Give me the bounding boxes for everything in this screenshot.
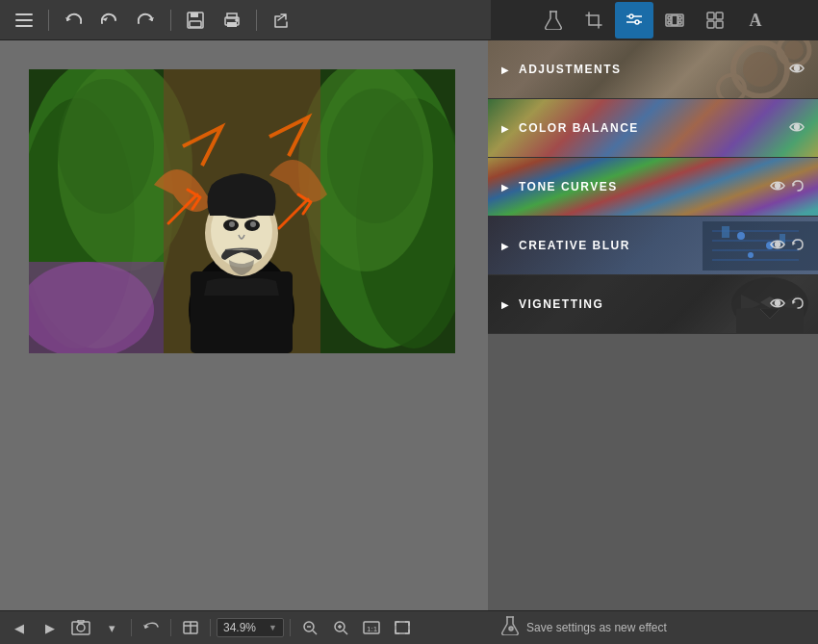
- svg-rect-18: [678, 16, 681, 19]
- zoom-arrow: ▼: [268, 623, 277, 632]
- svg-rect-17: [668, 21, 671, 24]
- svg-point-69: [776, 183, 780, 188]
- svg-rect-61: [396, 622, 409, 633]
- divider-2: [170, 10, 171, 31]
- svg-rect-0: [15, 13, 33, 15]
- crop-tool-button[interactable]: [575, 2, 613, 39]
- eye-icon-creative-blur[interactable]: [770, 239, 785, 253]
- svg-point-44: [58, 79, 154, 214]
- panel-icons-adjustments: [789, 63, 805, 77]
- svg-point-65: [784, 40, 804, 60]
- panel-arrow-vignetting: ▶: [501, 299, 509, 310]
- panel-item-creative-blur[interactable]: ▶ CREATIVE BLUR: [488, 217, 818, 275]
- save-bar: Save settings as new effect: [488, 610, 818, 644]
- bottom-bar: ◀ ▶ ▾: [0, 610, 488, 644]
- main-area: ◀ ▶ ▾: [0, 40, 818, 644]
- svg-rect-78: [722, 226, 729, 238]
- zoom-in-button[interactable]: [327, 615, 354, 640]
- panel-item-vignetting[interactable]: ▶ VIGNETTING: [488, 275, 818, 334]
- canvas-area: ◀ ▶ ▾: [0, 40, 488, 644]
- panel-arrow-tone-curves: ▶: [501, 182, 509, 193]
- eye-icon-adjustments[interactable]: [789, 63, 805, 77]
- bb-divider-2: [170, 619, 171, 636]
- svg-point-84: [509, 627, 513, 631]
- svg-line-58: [344, 631, 347, 634]
- panel-content-color-balance: ▶ COLOR BALANCE: [488, 121, 818, 136]
- film-tool-button[interactable]: [655, 2, 694, 39]
- svg-point-42: [250, 221, 256, 227]
- print-button[interactable]: [216, 4, 248, 37]
- panel-icons-tone-curves: [770, 179, 805, 195]
- zoom-out-button[interactable]: [296, 615, 323, 640]
- panel-item-tone-curves[interactable]: ▶ TONE CURVES: [488, 158, 818, 217]
- panel-content-tone-curves: ▶ TONE CURVES: [488, 179, 818, 195]
- panel-arrow-creative-blur: ▶: [501, 241, 509, 251]
- undo2-button[interactable]: [93, 4, 126, 37]
- photo-button[interactable]: [67, 615, 94, 640]
- zoom-display[interactable]: 34.9% ▼: [217, 618, 284, 637]
- bb-divider-3: [210, 619, 211, 636]
- fit-button[interactable]: 1:1: [358, 615, 385, 640]
- grid-tool-button[interactable]: [696, 2, 734, 39]
- svg-rect-22: [716, 13, 723, 19]
- right-panel: ▶ ADJUSTMENTS ▶ COLOR BALANCE: [488, 40, 818, 644]
- prev-button[interactable]: ◀: [6, 615, 33, 640]
- undo-button[interactable]: [57, 4, 89, 37]
- svg-point-80: [776, 242, 780, 246]
- photo-container: [29, 69, 455, 357]
- svg-line-54: [313, 631, 317, 634]
- grid-view-button[interactable]: [177, 615, 204, 640]
- save-effect-icon: [501, 616, 519, 639]
- panel-label-creative-blur: CREATIVE BLUR: [519, 239, 770, 252]
- bb-divider-1: [131, 619, 132, 636]
- svg-rect-23: [707, 21, 714, 28]
- play-button[interactable]: ▶: [37, 615, 64, 640]
- save-effect-label[interactable]: Save settings as new effect: [526, 621, 667, 634]
- panel-content-creative-blur: ▶ CREATIVE BLUR: [488, 238, 818, 254]
- rotate-left-button[interactable]: [138, 615, 165, 640]
- eye-icon-vignetting[interactable]: [770, 297, 785, 312]
- panel-label-tone-curves: TONE CURVES: [519, 180, 770, 193]
- svg-rect-20: [672, 15, 677, 25]
- text-tool-button[interactable]: A: [736, 2, 775, 39]
- fullscreen-button[interactable]: [389, 615, 416, 640]
- panel-item-adjustments[interactable]: ▶ ADJUSTMENTS: [488, 40, 818, 99]
- svg-rect-5: [190, 21, 201, 27]
- svg-point-67: [795, 65, 800, 70]
- svg-rect-1: [15, 19, 33, 21]
- panel-label-adjustments: ADJUSTMENTS: [519, 63, 789, 76]
- divider-3: [256, 10, 257, 31]
- svg-point-68: [795, 124, 800, 129]
- panel-icons-color-balance: [789, 121, 805, 136]
- panel-content-vignetting: ▶ VIGNETTING: [488, 296, 818, 313]
- flask-tool-button[interactable]: [534, 2, 573, 39]
- bb-divider-4: [290, 619, 291, 636]
- svg-rect-19: [678, 21, 681, 24]
- reset-icon-tone-curves[interactable]: [791, 179, 805, 195]
- top-toolbar: A: [0, 0, 818, 40]
- zoom-value: 34.9%: [223, 621, 256, 634]
- reset-icon-vignetting[interactable]: [791, 296, 805, 313]
- svg-rect-21: [707, 13, 714, 19]
- svg-point-82: [776, 300, 780, 305]
- canvas-workspace: [0, 40, 488, 610]
- adjustments-tool-button[interactable]: [615, 2, 653, 39]
- panel-content-adjustments: ▶ ADJUSTMENTS: [488, 63, 818, 77]
- svg-rect-7: [227, 13, 237, 18]
- save-button[interactable]: [179, 4, 212, 37]
- svg-rect-4: [191, 13, 198, 17]
- panel-arrow-adjustments: ▶: [501, 64, 509, 75]
- share-button[interactable]: [265, 4, 297, 37]
- eye-icon-color-balance[interactable]: [789, 121, 805, 136]
- menu-button[interactable]: [8, 4, 40, 37]
- eye-icon-tone-curves[interactable]: [770, 180, 785, 194]
- redo-button[interactable]: [130, 4, 163, 37]
- svg-point-45: [327, 89, 423, 223]
- panel-label-color-balance: COLOR BALANCE: [519, 121, 789, 135]
- svg-text:1:1: 1:1: [367, 625, 378, 633]
- svg-point-13: [629, 14, 633, 18]
- reset-icon-creative-blur[interactable]: [791, 238, 805, 254]
- photo-expand-button[interactable]: ▾: [98, 615, 125, 640]
- svg-rect-24: [716, 21, 723, 28]
- panel-item-color-balance[interactable]: ▶ COLOR BALANCE: [488, 99, 818, 158]
